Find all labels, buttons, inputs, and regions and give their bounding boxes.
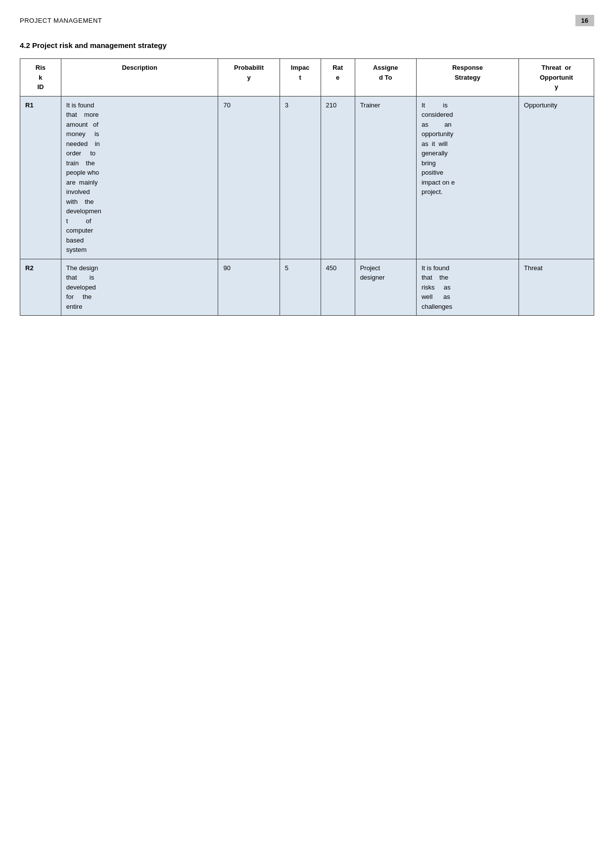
col-header-impact: Impac t [280,59,321,96]
page-title: PROJECT MANAGEMENT [20,17,102,24]
cell-r2-probability: 90 [218,259,280,316]
col-header-assigned: Assigne d To [355,59,416,96]
col-header-response: Response Strategy [416,59,519,96]
cell-r1-id: R1 [20,96,61,259]
cell-r1-assigned: Trainer [355,96,416,259]
cell-r1-description: It is found that more amount of money is… [61,96,218,259]
cell-r1-probability: 70 [218,96,280,259]
table-header-row: Ris k ID Description Probabilit y Impac … [20,59,594,96]
col-header-description: Description [61,59,218,96]
cell-r1-threat: Opportunity [519,96,594,259]
col-header-probability: Probabilit y [218,59,280,96]
cell-r2-assigned: Project designer [355,259,416,316]
risk-table: Ris k ID Description Probabilit y Impac … [20,58,594,316]
cell-r2-impact: 5 [280,259,321,316]
col-header-risk: Ris k ID [20,59,61,96]
cell-r2-id: R2 [20,259,61,316]
section-heading: 4.2 Project risk and management strategy [20,41,594,49]
col-header-rating: Rat e [321,59,355,96]
cell-r1-response: It is considered as an opportunity as it… [416,96,519,259]
cell-r1-impact: 3 [280,96,321,259]
page-header: PROJECT MANAGEMENT 16 [20,15,594,26]
table-row: R1 It is found that more amount of money… [20,96,594,259]
cell-r1-rating: 210 [321,96,355,259]
cell-r2-rating: 450 [321,259,355,316]
cell-r2-response: It is found that the risks as well as ch… [416,259,519,316]
cell-r2-description: The design that is developed for the ent… [61,259,218,316]
col-header-threat: Threat or Opportunit y [519,59,594,96]
cell-r2-threat: Threat [519,259,594,316]
table-row: R2 The design that is developed for the … [20,259,594,316]
page-number: 16 [575,15,594,26]
